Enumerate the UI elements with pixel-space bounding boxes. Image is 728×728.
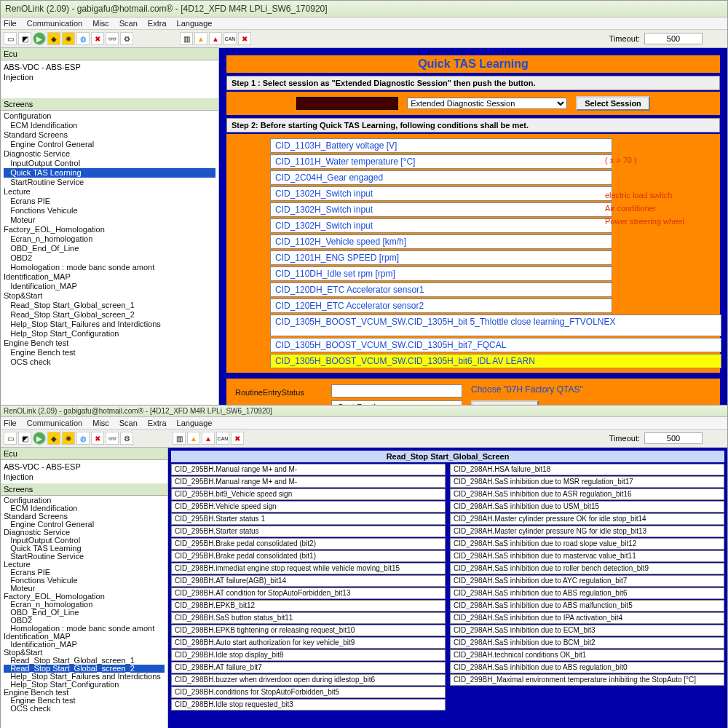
step2-label: Step 2: Before starting Quick TAS Learni… xyxy=(226,118,720,132)
can-icon[interactable]: CAN xyxy=(223,32,237,45)
data-row: CID_298AH.SaS inhibition due to ABS regu… xyxy=(450,587,724,599)
data-row: CID_298BH.AT condition for StopAutoForbi… xyxy=(171,587,446,599)
tree-item[interactable]: Identification_MAP xyxy=(4,272,215,282)
icon[interactable]: ✺ xyxy=(62,32,75,45)
menu-communication[interactable]: Communication xyxy=(27,19,82,28)
tree-item[interactable]: Diagnostic Service xyxy=(4,149,215,159)
cid-field: CID_1103H_Battery voltage [V] xyxy=(270,138,612,153)
cid-field: CID_120EH_ETC Accelerator sensor2 xyxy=(270,298,612,313)
session-select[interactable]: Extended Diagnostic Session xyxy=(407,98,567,109)
menu-extra[interactable]: Extra xyxy=(148,19,167,28)
data-row: CID_298BH.Idle stop requested_bit3 xyxy=(171,699,446,711)
tree-item[interactable]: OCS check xyxy=(4,705,165,713)
toolbar: ▭◩ ▶◆ ✺◍ ✖👓 ⚙ ▥▲ ▲CAN ✖ Timeout: xyxy=(1,430,727,448)
screen-title: Read_Stop Start_Global_Screen xyxy=(171,451,724,462)
warning-icon[interactable]: ▲ xyxy=(194,32,207,45)
tree-item[interactable]: Help_Stop Start_Configuration xyxy=(4,329,215,339)
ecu-list[interactable]: ABS-VDC - ABS-ESP Injection xyxy=(1,60,218,98)
tree-item[interactable]: Homologation : mode banc sonde amont xyxy=(4,263,215,272)
tree-item[interactable]: Quick TAS Learning xyxy=(4,168,215,178)
timeout-input[interactable] xyxy=(644,33,703,44)
cid-field: CID_1101H_Water temperature [°C] xyxy=(270,154,612,169)
menu-language[interactable]: Language xyxy=(177,19,213,28)
menu-scan[interactable]: Scan xyxy=(119,19,138,28)
data-row: CID_298AH.SaS inhibition due to ASR regu… xyxy=(450,488,724,500)
menu-bar: File Communication Misc Scan Extra Langu… xyxy=(1,17,727,30)
main-panel: Quick TAS Learning Step 1 : Select sessi… xyxy=(219,48,727,405)
start-routine-select[interactable]: Start Routine xyxy=(331,400,462,405)
side-note: Air conditioner xyxy=(605,204,656,213)
tree-item[interactable]: ECM Idendification xyxy=(4,121,215,130)
data-row: CID_298AH.Master cylinder pressure OK fo… xyxy=(450,513,724,525)
side-note: electric load switch xyxy=(605,191,672,199)
tree-item[interactable]: Read_Stop Start_Global_screen_2 xyxy=(4,310,215,320)
routine-field[interactable] xyxy=(331,384,462,397)
data-row: CID_299BH_Maximal environment temperatur… xyxy=(450,674,724,686)
data-row: CID_298AH.HSA failure_bit18 xyxy=(450,464,724,475)
tree-item[interactable]: Factory_EOL_Homologation xyxy=(4,225,215,234)
data-row: CID_298AH.SaS inhibition due to ABS malf… xyxy=(450,600,724,612)
warning-icon[interactable]: ▲ xyxy=(209,32,222,45)
tree-item[interactable]: Read_Stop Start_Global_screen_1 xyxy=(4,301,215,310)
data-row: CID_295BH.Starter status 1 xyxy=(171,513,446,525)
menu-file[interactable]: File xyxy=(4,19,17,28)
screens-header: Screens xyxy=(1,98,218,111)
tree-item[interactable]: Engine Bench test xyxy=(4,348,215,357)
select-session-button[interactable]: Select Session xyxy=(576,96,650,111)
binoculars-icon[interactable]: 👓 xyxy=(106,32,119,45)
data-row: CID_298AH.SaS inhibition due to BCM_bit2 xyxy=(450,637,724,649)
tree-item[interactable]: Moteur xyxy=(4,215,215,225)
tree-item[interactable]: Ecran_n_homologation xyxy=(4,234,215,244)
data-row: CID_298AH.SaS inhibition due to MSR regu… xyxy=(450,476,724,488)
tree-item[interactable]: OBD_End_Of_Line xyxy=(4,244,215,253)
tree-item[interactable]: Help_Stop Start_Failures and Interdictio… xyxy=(4,320,215,329)
data-row: CID_298AH.SaS inhibition due to IPA acti… xyxy=(450,612,724,624)
data-row: CID_298BH.Auto start authorization for k… xyxy=(171,637,446,649)
open-icon[interactable]: ▭ xyxy=(4,32,17,45)
tree-item[interactable]: Fonctions Vehicule xyxy=(4,206,215,215)
close-icon[interactable]: ✖ xyxy=(91,32,104,45)
icon[interactable]: ◆ xyxy=(47,32,60,45)
tree-item[interactable]: StartRoutine Service xyxy=(4,178,215,187)
screens-tree: Configuration ECM IdendificationStandard… xyxy=(1,111,218,405)
icon[interactable]: ▥ xyxy=(180,32,193,45)
step1-label: Step 1 : Select session as "Extended Dia… xyxy=(226,76,720,90)
data-row: CID_298AH.SaS inhibition due to AYC regu… xyxy=(450,575,724,587)
data-row: CID_295BH.bit9_Vehicle speed sign xyxy=(171,488,446,500)
tree-item[interactable]: Ecrans PIE xyxy=(4,197,215,206)
icon[interactable]: ◩ xyxy=(18,32,31,45)
tree-item[interactable]: Engine Control General xyxy=(4,140,215,149)
data-row: CID_295BH.Manual range M+ and M- xyxy=(171,464,446,475)
side-note: ( x > 70 ) xyxy=(605,156,637,165)
cid-field: CID_1201H_ENG SPEED [rpm] xyxy=(270,250,612,265)
start-routine-button[interactable]: Start Routine xyxy=(471,400,539,405)
page-title: Quick TAS Learning xyxy=(226,55,720,73)
field: CID_1305H_BOOST_VCUM_SW.CID_1305H_bit 5_… xyxy=(270,314,721,336)
tree-item[interactable]: InputOutput Control xyxy=(4,159,215,168)
data-row: CID_298AH.SaS inhibition due to USM_bit1… xyxy=(450,501,724,513)
tree-item[interactable]: Stop&Start xyxy=(4,291,215,301)
tree-item[interactable]: Engine Bench test xyxy=(4,339,215,348)
tree-item[interactable]: Configuration xyxy=(4,111,215,121)
field: CID_1305H_BOOST_VCUM_SW.CID_1305H_bit7_F… xyxy=(270,338,721,352)
data-row: CID_298AH.technical conditions OK_bit1 xyxy=(450,649,724,661)
data-row: CID_295BH.Brake pedal consolidated (bit1… xyxy=(171,550,446,562)
tree-item[interactable]: Lecture xyxy=(4,187,215,197)
close-icon[interactable]: ✖ xyxy=(238,32,251,45)
tree-item[interactable]: OBD2 xyxy=(4,253,215,263)
data-row: CID_298BH.Idle stop display_bit8 xyxy=(171,649,446,661)
tree-item[interactable]: Identification_MAP xyxy=(4,282,215,291)
data-row: CID_298BH.AT failure(AGB)_bit14 xyxy=(171,575,446,587)
play-icon[interactable]: ▶ xyxy=(33,32,46,45)
data-row: CID_298BH.immediat engine stop request w… xyxy=(171,563,446,574)
menu-misc[interactable]: Misc xyxy=(92,19,109,28)
data-row: CID_298BH.buzzer when driverdoor open du… xyxy=(171,674,446,686)
settings-icon[interactable]: ⚙ xyxy=(120,32,133,45)
globe-icon[interactable]: ◍ xyxy=(76,32,90,45)
timeout-label: Timeout: xyxy=(609,34,640,43)
label: RoutineEntryStatus xyxy=(235,384,323,400)
tree-item[interactable]: OCS check xyxy=(4,357,215,367)
tree-item[interactable]: Standard Screens xyxy=(4,130,215,140)
data-row: CID_298BH.EPKB tightening or releasing r… xyxy=(171,625,446,636)
data-row: CID_298BH.conditions for StopAutoForbidd… xyxy=(171,687,446,698)
